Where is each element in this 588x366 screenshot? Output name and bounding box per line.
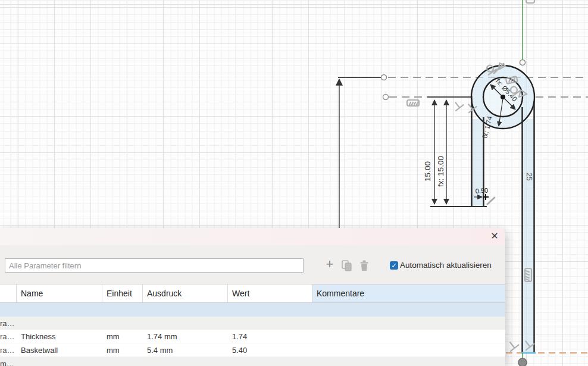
cell-expression[interactable]: 5.4 mm (143, 343, 228, 356)
clipped-constraint-icon (526, 0, 534, 3)
close-icon[interactable]: ✕ (488, 230, 501, 243)
column-header-unit[interactable]: Einheit (102, 284, 143, 302)
column-header-name[interactable]: Name (17, 284, 102, 302)
dimension-text-gap[interactable]: 0.50 (475, 187, 488, 195)
add-parameter-button[interactable]: + (324, 257, 336, 271)
perpendicular-constraint-icon[interactable] (506, 339, 519, 351)
group-row[interactable]: ra… (0, 317, 505, 330)
group-label: m… (0, 357, 14, 366)
copy-parameter-icon[interactable] (341, 259, 353, 271)
selected-row[interactable] (0, 303, 505, 317)
sketch-point-lower[interactable] (383, 95, 389, 100)
dialog-titlebar[interactable]: ✕ (0, 228, 505, 245)
perpendicular-constraint-icon[interactable] (452, 99, 463, 111)
dimension-text-height-fx[interactable]: fx: 15.00 (436, 156, 445, 187)
dimension-text-depth[interactable]: 25 (525, 173, 533, 181)
horizontal-constraint-icon[interactable] (407, 100, 419, 106)
cell-name[interactable]: Basketwall (17, 343, 102, 356)
cell-unit[interactable]: mm (102, 330, 143, 343)
cell-group: ra… (0, 343, 17, 356)
auto-update-label: Automatisch aktualisieren (400, 261, 492, 270)
constraint-marker-icon[interactable] (487, 198, 495, 204)
profile-fill-wall[interactable] (523, 119, 534, 352)
cell-comments[interactable] (312, 330, 505, 343)
auto-update-toggle[interactable]: ✓ Automatisch aktualisieren (390, 261, 492, 270)
cell-value: 1.74 (228, 330, 312, 343)
table-row[interactable]: ra… Basketwall mm 5.4 mm 5.40 (0, 343, 505, 357)
group-label: ra… (0, 317, 15, 330)
cell-expression[interactable]: 1.74 mm (143, 330, 228, 343)
dimension-text-height[interactable]: 15.00 (423, 161, 432, 182)
origin-point[interactable] (518, 358, 527, 366)
parameters-table: Name Einheit Ausdruck Wert Kommentare ra… (0, 284, 505, 366)
column-header-comments[interactable]: Kommentare (312, 284, 505, 302)
column-header-group[interactable] (0, 284, 17, 302)
cell-name[interactable]: Thickness (17, 330, 102, 343)
column-header-value[interactable]: Wert (228, 284, 312, 302)
sketch-point-upper[interactable] (381, 75, 387, 80)
cell-value: 5.40 (228, 343, 312, 356)
table-header-row: Name Einheit Ausdruck Wert Kommentare (0, 284, 505, 303)
column-header-expression[interactable]: Ausdruck (143, 284, 228, 302)
sketch-point-axis[interactable] (520, 60, 526, 65)
delete-parameter-icon[interactable] (358, 259, 370, 271)
table-row[interactable]: ra… Thickness mm 1.74 mm 1.74 (0, 330, 505, 343)
group-row[interactable]: m… (0, 357, 505, 366)
cell-unit[interactable]: mm (102, 343, 143, 356)
cell-comments[interactable] (312, 343, 505, 356)
parameters-dialog: ✕ + ✓ Automatisch aktualisieren Name Ein… (0, 228, 505, 366)
parameter-filter-input[interactable] (5, 258, 304, 273)
auto-update-checkbox[interactable]: ✓ (390, 261, 398, 270)
app-window: 15.00 fx: 15.00 fx: Ø5.40 fx: 1.74 0.50 … (0, 0, 588, 366)
cell-group: ra… (0, 330, 17, 343)
